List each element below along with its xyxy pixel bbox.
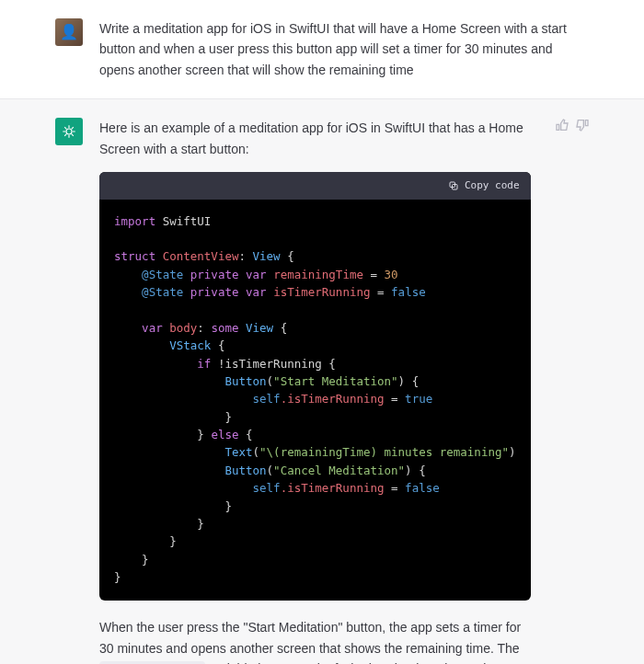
copy-code-button[interactable]: Copy code (448, 177, 520, 194)
svg-point-0 (66, 129, 72, 134)
thumb-up-icon[interactable] (555, 118, 569, 132)
code-header: Copy code (99, 172, 531, 200)
assistant-avatar (55, 118, 83, 145)
code-block: Copy code import SwiftUI struct ContentV… (99, 172, 531, 601)
openai-icon (61, 123, 77, 140)
copy-code-label: Copy code (465, 177, 520, 194)
assistant-outro: When the user press the "Start Meditatio… (99, 617, 531, 664)
code-content: import SwiftUI struct ContentView: View … (99, 200, 531, 601)
copy-icon (448, 180, 459, 191)
user-avatar (55, 18, 83, 46)
assistant-message: Here is an example of a meditation app f… (0, 99, 644, 664)
user-prompt: Write a meditation app for iOS in SwiftU… (99, 18, 589, 80)
user-message: Write a meditation app for iOS in SwiftU… (0, 0, 644, 99)
assistant-intro: Here is an example of a meditation app f… (99, 118, 531, 159)
thumb-down-icon[interactable] (575, 118, 590, 132)
feedback-actions (555, 118, 590, 664)
